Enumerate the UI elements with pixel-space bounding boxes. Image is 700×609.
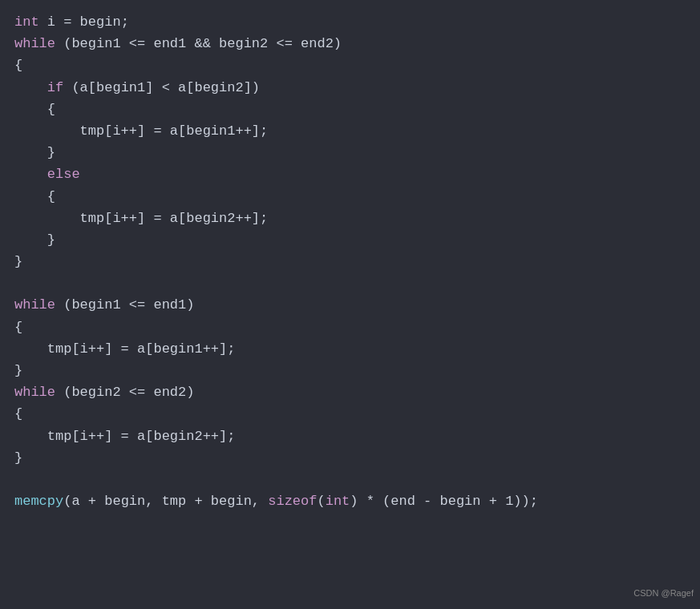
code-editor: int i = begin;while (begin1 <= end1 && b… [0,0,700,609]
code-token: int [14,14,39,30]
code-line: { [14,186,686,208]
code-token: (a + begin, tmp + begin, [63,494,268,509]
code-line: memcpy(a + begin, tmp + begin, sizeof(in… [14,490,686,512]
code-token: while [14,385,55,400]
code-token [14,167,47,182]
code-token: { [14,102,55,117]
code-line: } [14,142,686,163]
code-line: } [14,251,686,272]
code-token: (begin1 <= end1) [55,297,194,313]
code-token: { [14,189,55,204]
code-line: while (begin1 <= end1 && begin2 <= end2) [14,33,686,54]
code-token: i = begin; [39,14,129,30]
code-line: } [14,229,686,251]
code-token: else [47,167,80,182]
code-token: { [14,58,22,73]
code-token: } [14,363,22,378]
code-line: { [14,54,686,76]
code-token: (begin1 <= end1 && begin2 <= end2) [55,36,342,51]
code-token: ( [317,494,325,509]
code-line: tmp[i++] = a[begin1++]; [14,120,686,142]
code-line: int i = begin; [14,11,686,33]
code-token: int [326,494,350,509]
code-token: sizeof [268,494,317,509]
code-line: while (begin1 <= end1) [14,294,686,316]
code-line: } [14,360,686,381]
code-token: { [14,320,22,335]
code-token: } [14,254,22,269]
code-token: tmp[i++] = a[begin1++]; [14,341,235,357]
code-token: while [14,297,55,313]
code-token [14,80,47,95]
code-line [14,469,686,490]
code-token: { [14,406,22,421]
code-line: tmp[i++] = a[begin2++]; [14,208,686,229]
code-line: while (begin2 <= end2) [14,381,686,403]
code-token: } [14,232,55,248]
code-token: (begin2 <= end2) [55,385,194,400]
code-line: { [14,99,686,120]
code-line: { [14,317,686,338]
watermark-text: CSDN @Ragef [633,587,694,601]
code-line: tmp[i++] = a[begin2++]; [14,425,686,447]
code-token: } [14,145,55,160]
code-line: tmp[i++] = a[begin1++]; [14,338,686,360]
code-token: (a[begin1] < a[begin2]) [63,80,260,95]
code-token: if [47,80,63,95]
code-line: else [14,163,686,185]
code-token: } [14,450,22,466]
code-token: tmp[i++] = a[begin2++]; [14,429,235,444]
code-token: memcpy [14,494,63,509]
code-line [14,272,686,294]
code-content: int i = begin;while (begin1 <= end1 && b… [14,11,686,512]
code-line: { [14,403,686,425]
code-token: tmp[i++] = a[begin1++]; [14,123,268,139]
code-line: if (a[begin1] < a[begin2]) [14,77,686,99]
code-token: while [14,36,55,51]
code-line: } [14,447,686,469]
code-token: ) * (end - begin + 1)); [350,494,538,509]
code-token: tmp[i++] = a[begin2++]; [14,211,268,226]
